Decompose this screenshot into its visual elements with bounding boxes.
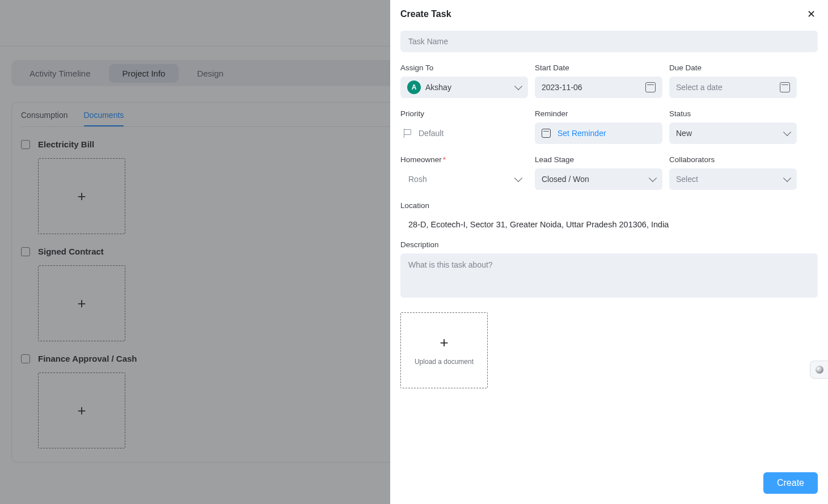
due-date-placeholder: Select a date (676, 83, 775, 92)
lead-stage-value: Closed / Won (542, 175, 650, 184)
status-value: New (676, 129, 784, 138)
lead-stage-select[interactable]: Closed / Won (535, 168, 662, 190)
panel-footer: Create (390, 467, 828, 504)
chevron-down-icon (514, 82, 522, 90)
label-lead-stage: Lead Stage (535, 155, 662, 164)
reminder-link-text: Set Reminder (557, 129, 606, 138)
upload-label: Upload a document (415, 358, 474, 366)
calendar-icon (645, 82, 656, 92)
field-description: Description (400, 240, 818, 300)
label-homeowner-text: Homeowner (400, 155, 442, 164)
flag-icon (403, 129, 412, 138)
label-start-date: Start Date (535, 63, 662, 72)
field-homeowner: Homeowner* Rosh (400, 155, 528, 190)
label-assign-to: Assign To (400, 63, 528, 72)
panel-body: Assign To A Akshay Start Date 2023-11-06… (390, 26, 828, 467)
homeowner-select[interactable]: Rosh (400, 168, 528, 190)
field-start-date: Start Date 2023-11-06 (535, 63, 662, 98)
label-reminder: Reminder (535, 109, 662, 118)
label-collaborators: Collaborators (669, 155, 797, 164)
label-priority: Priority (400, 109, 528, 118)
chevron-down-icon (783, 128, 791, 136)
label-location: Location (400, 201, 818, 210)
field-priority: Priority Default (400, 109, 528, 144)
description-textarea[interactable] (400, 253, 818, 298)
chevron-down-icon (783, 174, 791, 182)
status-select[interactable]: New (669, 122, 797, 144)
form-grid: Assign To A Akshay Start Date 2023-11-06… (400, 63, 818, 190)
panel-title: Create Task (400, 9, 451, 19)
location-value: 28-D, Ecotech-I, Sector 31, Greater Noid… (400, 214, 818, 229)
task-name-input[interactable] (400, 31, 818, 52)
due-date-input[interactable]: Select a date (669, 77, 797, 98)
plus-icon: + (440, 335, 448, 350)
assign-to-select[interactable]: A Akshay (400, 77, 528, 98)
field-collaborators: Collaborators Select (669, 155, 797, 190)
priority-value: Default (419, 129, 443, 138)
field-assign-to: Assign To A Akshay (400, 63, 528, 98)
collaborators-value: Select (676, 175, 784, 184)
label-due-date: Due Date (669, 63, 797, 72)
reminder-button[interactable]: Set Reminder (535, 122, 662, 144)
required-asterisk: * (443, 155, 446, 164)
start-date-input[interactable]: 2023-11-06 (535, 77, 662, 98)
upload-document-box[interactable]: + Upload a document (400, 312, 488, 388)
priority-select[interactable]: Default (400, 122, 528, 144)
label-status: Status (669, 109, 797, 118)
field-due-date: Due Date Select a date (669, 63, 797, 98)
chevron-down-icon (649, 174, 657, 182)
panel-header: Create Task ✕ (390, 0, 828, 26)
calendar-icon (780, 82, 790, 92)
create-button[interactable]: Create (763, 472, 818, 494)
label-description: Description (400, 240, 818, 249)
label-homeowner: Homeowner* (400, 155, 528, 164)
assign-to-value: Akshay (425, 83, 516, 92)
collaborators-select[interactable]: Select (669, 168, 797, 190)
field-reminder: Reminder Set Reminder (535, 109, 662, 144)
avatar: A (407, 81, 421, 94)
chevron-down-icon (514, 174, 522, 182)
start-date-value: 2023-11-06 (542, 83, 641, 92)
homeowner-value: Rosh (408, 175, 516, 184)
field-location: Location 28-D, Ecotech-I, Sector 31, Gre… (400, 201, 818, 229)
field-status: Status New (669, 109, 797, 144)
floating-widget-button[interactable] (810, 361, 828, 379)
field-lead-stage: Lead Stage Closed / Won (535, 155, 662, 190)
close-icon[interactable]: ✕ (805, 6, 818, 23)
calendar-icon (542, 129, 551, 138)
create-task-panel: Create Task ✕ Assign To A Akshay Start D… (390, 0, 828, 504)
